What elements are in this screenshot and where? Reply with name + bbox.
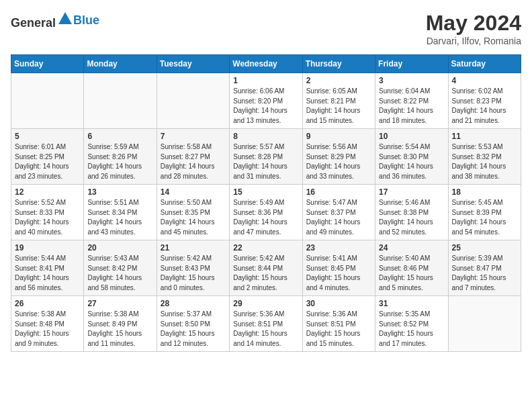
- day-number: 9: [306, 132, 371, 141]
- day-info: Sunrise: 5:54 AMSunset: 8:30 PMDaylight:…: [379, 142, 444, 181]
- day-info: Sunrise: 5:56 AMSunset: 8:29 PMDaylight:…: [306, 142, 371, 181]
- calendar-day-cell: 6Sunrise: 5:59 AMSunset: 8:26 PMDaylight…: [84, 129, 157, 185]
- calendar-day-cell: 21Sunrise: 5:42 AMSunset: 8:43 PMDayligh…: [157, 240, 229, 296]
- calendar-day-cell: 22Sunrise: 5:42 AMSunset: 8:44 PMDayligh…: [230, 240, 302, 296]
- calendar-day-cell: 9Sunrise: 5:56 AMSunset: 8:29 PMDaylight…: [302, 129, 375, 185]
- day-info: Sunrise: 6:05 AMSunset: 8:21 PMDaylight:…: [306, 87, 371, 126]
- day-info: Sunrise: 5:36 AMSunset: 8:51 PMDaylight:…: [233, 310, 298, 349]
- calendar-day-cell: 25Sunrise: 5:39 AMSunset: 8:47 PMDayligh…: [448, 240, 521, 296]
- logo-blue: Blue: [73, 13, 99, 27]
- calendar-day-header: Thursday: [302, 55, 375, 73]
- day-number: 14: [161, 187, 226, 197]
- day-number: 11: [452, 132, 517, 141]
- day-number: 6: [87, 132, 152, 141]
- calendar-day-cell: [84, 73, 157, 129]
- calendar-day-cell: 7Sunrise: 5:58 AMSunset: 8:27 PMDaylight…: [157, 129, 229, 185]
- calendar-day-cell: 17Sunrise: 5:46 AMSunset: 8:38 PMDayligh…: [375, 185, 448, 240]
- logo-icon: [57, 11, 73, 27]
- day-info: Sunrise: 5:50 AMSunset: 8:35 PMDaylight:…: [161, 198, 226, 237]
- day-number: 4: [452, 76, 517, 85]
- calendar-day-cell: 12Sunrise: 5:52 AMSunset: 8:33 PMDayligh…: [11, 185, 84, 240]
- calendar-day-cell: 5Sunrise: 6:01 AMSunset: 8:25 PMDaylight…: [11, 129, 84, 185]
- title-area: May 2024 Darvari, Ilfov, Romania: [426, 11, 521, 46]
- day-info: Sunrise: 5:39 AMSunset: 8:47 PMDaylight:…: [452, 254, 517, 293]
- calendar-day-cell: 14Sunrise: 5:50 AMSunset: 8:35 PMDayligh…: [157, 185, 229, 240]
- day-number: 13: [87, 187, 152, 197]
- calendar-table: SundayMondayTuesdayWednesdayThursdayFrid…: [11, 54, 521, 352]
- day-info: Sunrise: 5:43 AMSunset: 8:42 PMDaylight:…: [87, 254, 152, 293]
- calendar-day-cell: 26Sunrise: 5:38 AMSunset: 8:48 PMDayligh…: [11, 296, 84, 352]
- month-title: May 2024: [426, 11, 521, 36]
- calendar-day-cell: 24Sunrise: 5:40 AMSunset: 8:46 PMDayligh…: [375, 240, 448, 296]
- day-number: 1: [233, 76, 298, 85]
- calendar-day-cell: 27Sunrise: 5:38 AMSunset: 8:49 PMDayligh…: [84, 296, 157, 352]
- day-number: 29: [233, 299, 298, 308]
- day-number: 26: [15, 299, 80, 308]
- logo-general: General: [11, 16, 56, 30]
- day-info: Sunrise: 5:40 AMSunset: 8:46 PMDaylight:…: [379, 254, 444, 293]
- day-info: Sunrise: 6:01 AMSunset: 8:25 PMDaylight:…: [15, 142, 80, 181]
- calendar-day-cell: 19Sunrise: 5:44 AMSunset: 8:41 PMDayligh…: [11, 240, 84, 296]
- calendar-day-cell: 15Sunrise: 5:49 AMSunset: 8:36 PMDayligh…: [230, 185, 302, 240]
- day-number: 20: [87, 243, 152, 253]
- day-info: Sunrise: 5:47 AMSunset: 8:37 PMDaylight:…: [306, 198, 371, 237]
- day-number: 28: [161, 299, 226, 308]
- calendar-day-header: Saturday: [448, 55, 521, 73]
- calendar-day-cell: 2Sunrise: 6:05 AMSunset: 8:21 PMDaylight…: [302, 73, 375, 129]
- calendar-day-cell: 18Sunrise: 5:45 AMSunset: 8:39 PMDayligh…: [448, 185, 521, 240]
- day-number: 7: [161, 132, 226, 141]
- page-header: General Blue May 2024 Darvari, Ilfov, Ro…: [11, 11, 521, 46]
- day-number: 8: [233, 132, 298, 141]
- calendar-week-row: 12Sunrise: 5:52 AMSunset: 8:33 PMDayligh…: [11, 185, 521, 240]
- day-info: Sunrise: 6:06 AMSunset: 8:20 PMDaylight:…: [233, 87, 298, 126]
- day-info: Sunrise: 5:53 AMSunset: 8:32 PMDaylight:…: [452, 142, 517, 181]
- day-info: Sunrise: 5:42 AMSunset: 8:44 PMDaylight:…: [233, 254, 298, 293]
- day-number: 10: [379, 132, 444, 141]
- calendar-day-cell: 16Sunrise: 5:47 AMSunset: 8:37 PMDayligh…: [302, 185, 375, 240]
- day-info: Sunrise: 6:04 AMSunset: 8:22 PMDaylight:…: [379, 87, 444, 126]
- day-number: 24: [379, 243, 444, 253]
- svg-marker-0: [58, 12, 72, 24]
- calendar-day-cell: 31Sunrise: 5:35 AMSunset: 8:52 PMDayligh…: [375, 296, 448, 352]
- calendar-week-row: 1Sunrise: 6:06 AMSunset: 8:20 PMDaylight…: [11, 73, 521, 129]
- calendar-day-cell: 20Sunrise: 5:43 AMSunset: 8:42 PMDayligh…: [84, 240, 157, 296]
- calendar-day-cell: [11, 73, 84, 129]
- calendar-week-row: 26Sunrise: 5:38 AMSunset: 8:48 PMDayligh…: [11, 296, 521, 352]
- day-number: 16: [306, 187, 371, 197]
- location-title: Darvari, Ilfov, Romania: [426, 36, 521, 46]
- calendar-day-cell: 30Sunrise: 5:36 AMSunset: 8:51 PMDayligh…: [302, 296, 375, 352]
- day-number: 5: [15, 132, 80, 141]
- day-number: 25: [452, 243, 517, 253]
- day-info: Sunrise: 5:59 AMSunset: 8:26 PMDaylight:…: [87, 142, 152, 181]
- calendar-day-cell: 1Sunrise: 6:06 AMSunset: 8:20 PMDaylight…: [230, 73, 302, 129]
- day-number: 23: [306, 243, 371, 253]
- calendar-week-row: 5Sunrise: 6:01 AMSunset: 8:25 PMDaylight…: [11, 129, 521, 185]
- day-number: 27: [87, 299, 152, 308]
- calendar-day-cell: 23Sunrise: 5:41 AMSunset: 8:45 PMDayligh…: [302, 240, 375, 296]
- calendar-day-cell: 13Sunrise: 5:51 AMSunset: 8:34 PMDayligh…: [84, 185, 157, 240]
- day-number: 30: [306, 299, 371, 308]
- calendar-day-cell: [448, 296, 521, 352]
- calendar-day-cell: [157, 73, 229, 129]
- calendar-day-cell: 3Sunrise: 6:04 AMSunset: 8:22 PMDaylight…: [375, 73, 448, 129]
- calendar-day-cell: 8Sunrise: 5:57 AMSunset: 8:28 PMDaylight…: [230, 129, 302, 185]
- logo: General Blue: [11, 11, 99, 30]
- calendar-header-row: SundayMondayTuesdayWednesdayThursdayFrid…: [11, 55, 521, 73]
- day-info: Sunrise: 5:57 AMSunset: 8:28 PMDaylight:…: [233, 142, 298, 181]
- day-info: Sunrise: 5:36 AMSunset: 8:51 PMDaylight:…: [306, 310, 371, 349]
- day-info: Sunrise: 5:35 AMSunset: 8:52 PMDaylight:…: [379, 310, 444, 349]
- day-info: Sunrise: 5:58 AMSunset: 8:27 PMDaylight:…: [161, 142, 226, 181]
- day-info: Sunrise: 5:38 AMSunset: 8:49 PMDaylight:…: [87, 310, 152, 349]
- day-number: 3: [379, 76, 444, 85]
- calendar-day-header: Sunday: [11, 55, 84, 73]
- day-number: 21: [161, 243, 226, 253]
- calendar-day-cell: 10Sunrise: 5:54 AMSunset: 8:30 PMDayligh…: [375, 129, 448, 185]
- day-number: 31: [379, 299, 444, 308]
- day-info: Sunrise: 5:46 AMSunset: 8:38 PMDaylight:…: [379, 198, 444, 237]
- day-info: Sunrise: 6:02 AMSunset: 8:23 PMDaylight:…: [452, 87, 517, 126]
- calendar-week-row: 19Sunrise: 5:44 AMSunset: 8:41 PMDayligh…: [11, 240, 521, 296]
- day-info: Sunrise: 5:52 AMSunset: 8:33 PMDaylight:…: [15, 198, 80, 237]
- day-number: 17: [379, 187, 444, 197]
- day-info: Sunrise: 5:51 AMSunset: 8:34 PMDaylight:…: [87, 198, 152, 237]
- calendar-day-cell: 4Sunrise: 6:02 AMSunset: 8:23 PMDaylight…: [448, 73, 521, 129]
